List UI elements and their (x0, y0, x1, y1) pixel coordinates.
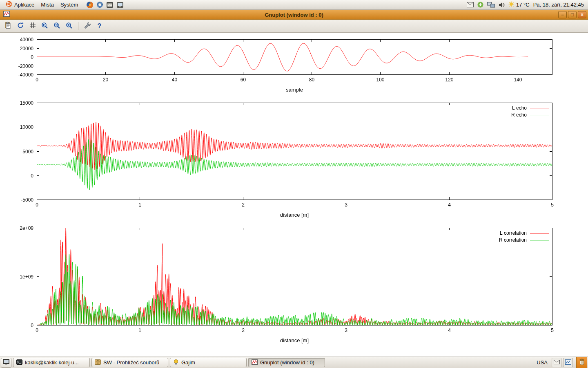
trash-applet[interactable] (576, 357, 587, 368)
taskbar-chart-button[interactable] (563, 358, 573, 367)
taskbar-window-label: SW - Prohlížeč souborů (103, 359, 159, 366)
globe-icon[interactable] (96, 1, 103, 8)
taskbar-mail-button[interactable] (552, 358, 561, 367)
zoom-previous-icon (41, 22, 49, 31)
gnuplot-window-icon (3, 11, 10, 18)
copy-icon (4, 22, 12, 30)
wrench-icon (84, 22, 91, 30)
file-manager-icon (95, 359, 101, 366)
options-button[interactable] (82, 21, 93, 31)
panel-launchers (86, 1, 124, 9)
menu-system-label: Systém (60, 2, 78, 8)
desktop: Aplikace Místa Systém (0, 0, 588, 368)
replot-icon (17, 22, 24, 30)
ubuntu-logo-icon (6, 1, 12, 9)
volume-icon[interactable] (499, 2, 505, 8)
network-displays-icon[interactable] (487, 2, 495, 8)
show-desktop-icon (3, 359, 9, 366)
gajim-icon (173, 359, 179, 366)
grid-icon (29, 22, 36, 30)
menu-places-label: Místa (41, 2, 54, 8)
gnome-top-panel: Aplikace Místa Systém (0, 0, 588, 10)
taskbar-window-label: Gnuplot (window id : 0) (260, 359, 314, 366)
titlebar[interactable]: Gnuplot (window id : 0) – □ × (0, 10, 588, 20)
keyboard-layout-indicator[interactable]: USA (534, 359, 550, 366)
grid-button[interactable] (27, 21, 38, 31)
mail-tray-icon[interactable] (467, 2, 474, 7)
close-button[interactable]: × (578, 11, 586, 18)
zoom-next-button[interactable] (51, 21, 62, 31)
gnuplot-icon (252, 359, 258, 366)
plots-canvas[interactable] (0, 33, 588, 357)
sun-icon (508, 1, 514, 9)
autoscale-icon (65, 22, 73, 31)
menu-applications-label: Aplikace (14, 2, 34, 8)
minimize-button[interactable]: – (558, 11, 567, 18)
autoscale-button[interactable] (64, 21, 75, 31)
trash-icon (579, 359, 585, 367)
taskbar-window-gnuplot[interactable]: Gnuplot (window id : 0) (248, 358, 325, 367)
panel-system-tray: 17 °C Pá, 18. září, 21:42:45 (467, 1, 586, 9)
plot-area (0, 33, 588, 357)
terminal-icon (16, 359, 22, 366)
taskbar-window-gajim[interactable]: Gajim (170, 358, 247, 367)
zoom-next-icon (53, 22, 61, 31)
temperature-label: 17 °C (516, 2, 530, 8)
mail-icon[interactable] (106, 2, 114, 8)
taskbar: kaklik@kaklik-kolej-u... SW - Prohlížeč … (0, 357, 588, 368)
copy-button[interactable] (2, 21, 13, 31)
display-icon[interactable] (116, 2, 124, 8)
show-desktop-button[interactable] (1, 358, 11, 368)
zoom-previous-button[interactable] (39, 21, 50, 31)
replot-button[interactable] (15, 21, 26, 31)
update-icon[interactable] (477, 2, 483, 8)
taskbar-window-label: Gajim (181, 359, 195, 366)
window-title: Gnuplot (window id : 0) (0, 12, 588, 18)
clock-applet[interactable]: Pá, 18. září, 21:42:45 (533, 2, 584, 8)
taskbar-window-label: kaklik@kaklik-kolej-u... (25, 359, 79, 366)
gnuplot-toolbar: ? (0, 20, 588, 33)
menu-places[interactable]: Místa (38, 1, 57, 9)
mail-tray-icon (554, 359, 560, 366)
menu-system[interactable]: Systém (57, 1, 81, 9)
taskbar-window-file-manager[interactable]: SW - Prohlížeč souborů (91, 358, 168, 367)
menu-applications[interactable]: Aplikace (2, 0, 38, 9)
help-icon: ? (98, 22, 102, 30)
taskbar-window-terminal[interactable]: kaklik@kaklik-kolej-u... (13, 358, 90, 367)
maximize-button[interactable]: □ (568, 11, 577, 18)
help-button[interactable]: ? (94, 21, 105, 31)
weather-applet[interactable]: 17 °C (508, 1, 530, 9)
toolbar-separator (78, 22, 78, 30)
firefox-icon[interactable] (86, 1, 94, 9)
chart-tray-icon (565, 359, 571, 366)
